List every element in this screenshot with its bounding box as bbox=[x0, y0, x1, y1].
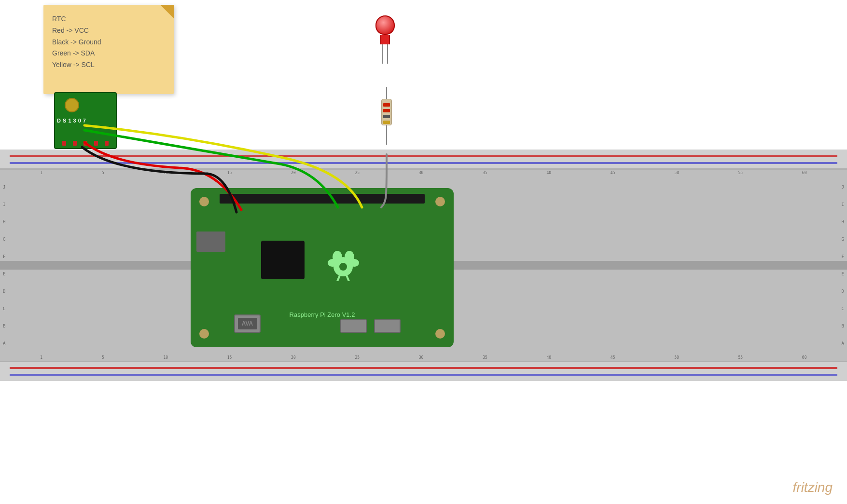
resistor-band-2 bbox=[383, 109, 390, 112]
resistor-band-1 bbox=[383, 103, 390, 107]
resistor-band-4 bbox=[383, 121, 390, 124]
resistor-leg-bottom bbox=[386, 125, 387, 145]
led-leg-cathode bbox=[387, 44, 388, 64]
svg-line-7 bbox=[347, 275, 349, 281]
rpi-chip bbox=[261, 241, 305, 279]
led-body bbox=[380, 35, 390, 44]
rpi-micro-usb-2 bbox=[374, 319, 401, 333]
led-bulb bbox=[375, 15, 395, 35]
led bbox=[375, 15, 395, 64]
sticky-corner bbox=[160, 5, 174, 18]
svg-line-6 bbox=[337, 275, 340, 281]
rtc-label: DS1307 bbox=[57, 118, 88, 123]
rpi-corner-bl bbox=[199, 329, 209, 339]
rpi-corner-tl bbox=[199, 197, 209, 206]
led-leg-anode bbox=[382, 44, 383, 64]
fritzing-brand: fritzing bbox=[793, 480, 833, 495]
rtc-pin bbox=[94, 141, 98, 146]
rtc-pin bbox=[105, 141, 109, 146]
resistor-band-3 bbox=[383, 115, 390, 118]
rpi-sd-card bbox=[196, 232, 225, 252]
rtc-pin bbox=[73, 141, 77, 146]
resistor-leg-top bbox=[386, 87, 387, 99]
led-legs bbox=[375, 44, 395, 64]
breadboard-col-nums-top: 1 5 10 15 20 25 30 35 40 45 50 55 60 bbox=[11, 171, 836, 175]
rpi-logo bbox=[326, 247, 360, 281]
resistor bbox=[381, 87, 392, 145]
rpi-corner-tr bbox=[435, 197, 445, 206]
breadboard-letters-left: J I H G F E D C B A bbox=[3, 178, 5, 352]
rpi-micro-usb-1 bbox=[340, 319, 367, 333]
resistor-body bbox=[381, 99, 392, 125]
breadboard-col-nums-bottom: 1 5 10 15 20 25 30 35 40 45 50 55 60 bbox=[11, 355, 836, 360]
rpi-gpio-header bbox=[220, 194, 425, 204]
svg-point-5 bbox=[339, 263, 347, 271]
rtc-module: DS1307 bbox=[54, 92, 117, 149]
rtc-battery bbox=[65, 98, 79, 112]
sticky-note: RTC Red -> VCC Black -> Ground Green -> … bbox=[43, 5, 174, 94]
breadboard-letters-right: J I H G F E D C B A bbox=[842, 178, 844, 352]
breadboard-top-rail bbox=[0, 150, 847, 170]
breadboard-bottom-rail bbox=[0, 361, 847, 381]
rpi-usb-port: AVA bbox=[234, 314, 261, 333]
rpi-label: Raspberry Pi Zero V1.2 bbox=[290, 311, 355, 318]
rtc-pin bbox=[83, 141, 87, 146]
rpi-corner-br bbox=[435, 329, 445, 339]
sticky-note-text: RTC Red -> VCC Black -> Ground Green -> … bbox=[52, 14, 165, 71]
raspberry-pi-zero: AVA Raspberry Pi Zero V1.2 bbox=[191, 188, 454, 347]
rtc-pin bbox=[62, 141, 66, 146]
